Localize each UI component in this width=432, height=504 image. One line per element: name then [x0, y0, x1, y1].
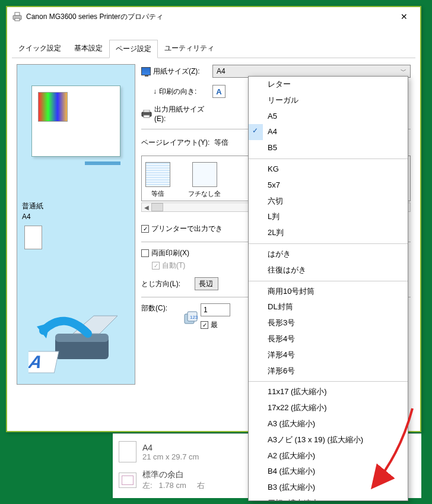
dropdown-separator — [249, 281, 408, 281]
paper-size-option[interactable]: A2 (拡大縮小) — [249, 448, 408, 464]
scroll-thumb[interactable] — [151, 203, 163, 211]
preview-printer-art: A — [28, 304, 123, 375]
chevron-down-icon: ﹀ — [401, 67, 406, 75]
checkbox-icon: ✓ — [141, 225, 149, 233]
paper-size-option[interactable]: 17x22 (拡大縮小) — [249, 400, 408, 416]
preview-bar — [85, 161, 120, 165]
layout-item-borderless[interactable]: フチなし全 — [188, 162, 221, 198]
close-button[interactable]: ✕ — [393, 8, 415, 25]
paper-size-option[interactable]: 洋形6号 — [249, 363, 408, 379]
preview-pane: 普通紙 A4 A — [17, 64, 135, 385]
dropdown-separator — [249, 381, 408, 382]
tab-strip: クイック設定 基本設定 ページ設定 ユーティリティ — [7, 39, 420, 58]
paper-size-option[interactable]: 11x17 (拡大縮小) — [249, 384, 408, 400]
auto-duplex-checkbox: ✓ 自動(T) — [152, 261, 185, 271]
binding-label: とじ方向(L): — [141, 279, 195, 289]
svg-rect-2 — [15, 18, 20, 21]
paper-size-option[interactable]: 5x7 — [249, 177, 408, 194]
svg-rect-4 — [55, 334, 109, 342]
paper-size-option[interactable]: 四切 (拡大縮小) — [249, 496, 408, 501]
svg-rect-11 — [144, 115, 150, 118]
paper-size-option[interactable]: A5 — [249, 109, 408, 125]
paper-size-option[interactable]: 商用10号封筒 — [249, 284, 408, 300]
copies-label: 部数(C): — [141, 303, 183, 313]
paper-size-value: A4 — [217, 67, 225, 75]
paper-size-option[interactable]: 長形4号 — [249, 331, 408, 347]
paper-size-option[interactable]: 往復はがき — [249, 262, 408, 278]
dialog-title: Canon MG3600 series Printerのプロパティ — [26, 12, 163, 22]
paper-size-option[interactable]: 長形3号 — [249, 315, 408, 331]
duplex-checkbox[interactable]: 両面印刷(X) — [141, 248, 189, 258]
paper-size-option[interactable]: A3ノビ (13 x 19) (拡大縮小) — [249, 432, 408, 448]
paper-size-option[interactable]: 2L判 — [249, 225, 408, 241]
last-page-first-checkbox[interactable]: ✓ 最 — [201, 320, 230, 330]
margin-icon — [119, 473, 136, 488]
preview-gradient — [38, 92, 68, 122]
tab-page-setup[interactable]: ページ設定 — [109, 40, 158, 58]
paper-size-label: 用紙サイズ(Z): — [141, 66, 212, 77]
monitor-icon — [141, 67, 151, 75]
copies-icon: 123 — [183, 310, 196, 324]
dropdown-separator — [249, 159, 408, 159]
paper-size-option[interactable]: レター — [249, 77, 408, 93]
page-layout-value: 等倍 — [214, 138, 228, 148]
checkbox-icon — [141, 249, 149, 257]
svg-rect-10 — [144, 110, 150, 112]
parent-paper-dims: 21 cm x 29.7 cm — [142, 452, 199, 461]
paper-size-option[interactable]: B5 — [249, 140, 408, 156]
paper-size-option[interactable]: B4 (拡大縮小) — [249, 464, 408, 480]
paper-size-dropdown[interactable]: レターリーガルA5A4B5KG5x7六切L判2L判はがき往復はがき商用10号封筒… — [248, 76, 408, 501]
tab-basic-settings[interactable]: 基本設定 — [68, 39, 109, 58]
layout-thumb-borderless — [192, 162, 217, 187]
parent-margin-details: 左: 1.78 cm 右 — [142, 480, 205, 491]
paper-icon — [119, 441, 136, 462]
preview-page — [31, 85, 120, 157]
svg-marker-6 — [37, 323, 50, 338]
paper-size-option[interactable]: はがき — [249, 246, 408, 262]
paper-size-option[interactable]: リーガル — [249, 93, 408, 109]
preview-paper-size: A4 — [22, 211, 43, 222]
checkbox-icon: ✓ — [201, 321, 208, 329]
parent-margin-title: 標準の余白 — [142, 470, 205, 480]
paper-size-option[interactable]: DL封筒 — [249, 299, 408, 315]
paper-size-option[interactable]: KG — [249, 161, 408, 177]
tab-utility[interactable]: ユーティリティ — [158, 39, 221, 58]
svg-text:123: 123 — [190, 315, 198, 320]
svg-rect-1 — [15, 12, 20, 15]
output-size-label: 出力用紙サイズ(E): — [141, 104, 212, 123]
preview-labels: 普通紙 A4 — [22, 201, 43, 222]
layout-thumb-equal — [145, 162, 170, 187]
preview-doc-icon — [24, 226, 42, 249]
checkbox-icon: ✓ — [152, 262, 160, 270]
paper-size-option[interactable]: A3 (拡大縮小) — [249, 416, 408, 432]
copies-input[interactable]: 1 — [201, 303, 230, 316]
printer-icon — [12, 12, 23, 21]
scroll-left-icon[interactable]: ◀ — [142, 204, 151, 211]
down-arrow-icon: ↓ — [153, 87, 157, 96]
paper-size-option[interactable]: A4 — [249, 124, 408, 140]
orientation-label: ↓ 印刷の向き: — [141, 87, 212, 97]
tab-quick-setup[interactable]: クイック設定 — [12, 39, 68, 58]
paper-size-option[interactable]: 六切 — [249, 194, 408, 210]
parent-paper-name: A4 — [142, 443, 199, 452]
paper-size-option[interactable]: 洋形4号 — [249, 347, 408, 363]
titlebar: Canon MG3600 series Printerのプロパティ ✕ — [7, 7, 420, 26]
printer-small-icon — [141, 110, 152, 118]
layout-item-equal[interactable]: 等倍 — [145, 162, 170, 198]
page-layout-label: ページレイアウト(Y): — [141, 138, 209, 148]
paper-size-option[interactable]: B3 (拡大縮小) — [249, 480, 408, 496]
dropdown-separator — [249, 243, 408, 244]
orientation-portrait[interactable]: A — [212, 85, 225, 98]
paper-size-option[interactable]: L判 — [249, 209, 408, 225]
printer-output-checkbox[interactable]: ✓ プリンターで出力でき — [141, 224, 223, 234]
preview-paper-type: 普通紙 — [22, 201, 43, 211]
binding-combo[interactable]: 長辺 — [195, 277, 218, 290]
